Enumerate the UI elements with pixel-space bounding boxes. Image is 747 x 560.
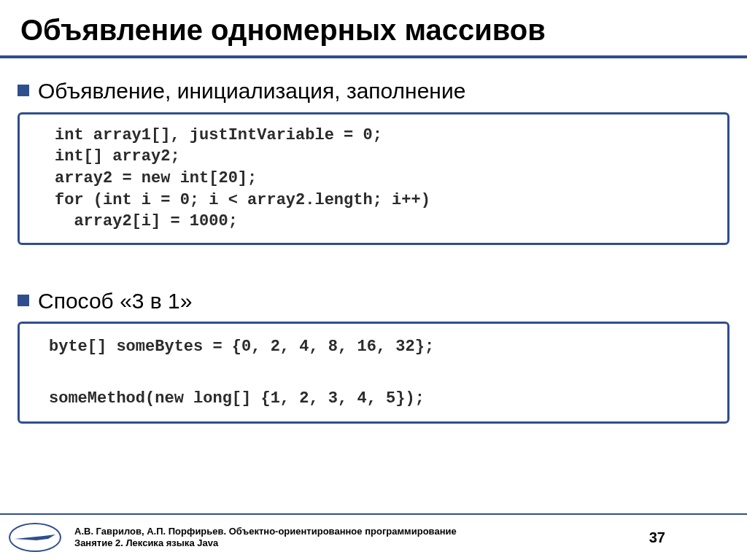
bullet-1: Объявление, инициализация, заполнение — [18, 77, 729, 105]
bullet-2-text: Способ «3 в 1» — [38, 287, 192, 315]
logo — [9, 523, 61, 552]
logo-bird-icon — [15, 534, 55, 542]
code-block-1: int array1[], justIntVariable = 0; int[]… — [18, 112, 729, 245]
bullet-icon — [18, 85, 29, 96]
code-block-2: byte[] someBytes = {0, 2, 4, 8, 16, 32};… — [18, 322, 729, 424]
footer-line-1: А.В. Гаврилов, А.П. Порфирьев. Объектно-… — [74, 526, 636, 537]
spacer — [18, 245, 729, 287]
footer-line-2: Занятие 2. Лексика языка Java — [74, 537, 636, 549]
content-area: Объявление, инициализация, заполнение in… — [0, 58, 747, 513]
page-number: 37 — [649, 529, 731, 546]
bullet-2: Способ «3 в 1» — [18, 287, 729, 315]
footer: А.В. Гаврилов, А.П. Порфирьев. Объектно-… — [0, 513, 747, 560]
footer-text: А.В. Гаврилов, А.П. Порфирьев. Объектно-… — [74, 526, 636, 550]
bullet-1-text: Объявление, инициализация, заполнение — [38, 77, 465, 105]
bullet-icon — [18, 295, 29, 306]
slide: Объявление одномерных массивов Объявлени… — [0, 0, 747, 560]
slide-title: Объявление одномерных массивов — [0, 0, 747, 55]
